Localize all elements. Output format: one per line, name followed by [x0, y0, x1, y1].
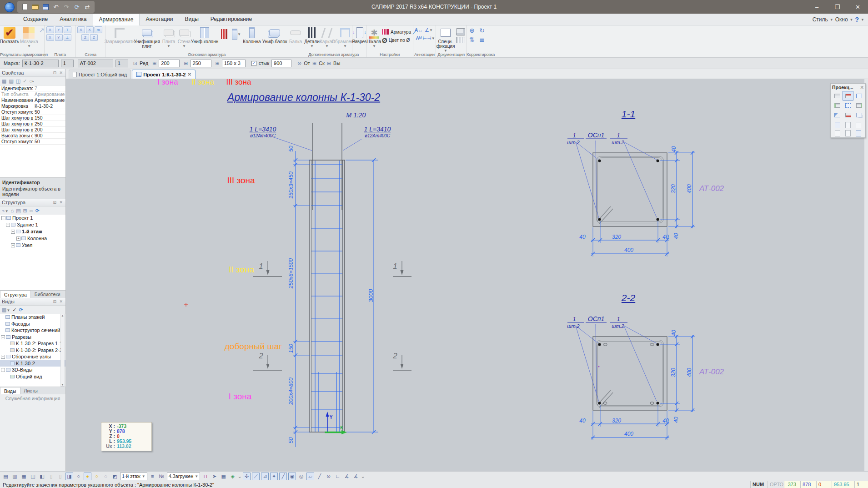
show-results-button[interactable]: ✔ Показать — [0, 26, 19, 44]
print-icon[interactable]: ▤ — [16, 208, 20, 214]
cage-button[interactable]: Каркас▼ — [320, 26, 334, 49]
slab-x2-icon[interactable]: X — [46, 34, 54, 41]
right-angle-icon[interactable]: ∟ — [334, 473, 341, 480]
proj-left-icon[interactable] — [832, 101, 843, 110]
categorized-view-icon[interactable]: ▦ — [2, 78, 6, 84]
table-row[interactable]: НаименованиеАрмирование ко... — [0, 97, 65, 103]
reinforce-button[interactable]: Заармировать — [107, 26, 132, 44]
apply-icon[interactable]: ✓ — [12, 307, 16, 313]
tab-libraries[interactable]: Библиотеки — [31, 291, 64, 298]
lamp-2-icon[interactable]: ○ — [93, 473, 100, 480]
table-row[interactable]: МаркировкаК-1-30-2 — [0, 103, 65, 109]
tree-item-project[interactable]: −Проект 1 — [0, 215, 65, 221]
tab-analytics[interactable]: Аналитика — [54, 14, 92, 25]
snap-perp-icon[interactable]: ⊿ — [261, 473, 269, 480]
layout-page-icon[interactable] — [835, 122, 840, 128]
mosaic-button[interactable]: Мозаика ▼ — [20, 26, 38, 49]
snap-mid-icon[interactable]: ⟋ — [252, 473, 260, 480]
marka-count-field[interactable]: 1 — [61, 60, 74, 67]
marka-field[interactable]: К-1-30-2 — [22, 60, 59, 67]
refresh-icon[interactable]: ⟳ — [35, 208, 40, 214]
help-menu[interactable]: ? — [855, 16, 859, 23]
tab-editing[interactable]: Редактирование — [205, 14, 258, 25]
pen-icon[interactable]: ╱ — [316, 473, 323, 480]
proj-fit-icon[interactable] — [843, 101, 853, 110]
sk-label[interactable]: Ск — [319, 60, 325, 66]
checked-view-icon[interactable]: ◫ — [16, 78, 20, 84]
color-by-diameter-toggle[interactable]: Цвет по Ø — [389, 38, 410, 43]
wall-rebar-button[interactable]: Стена▼ — [177, 26, 191, 49]
close-icon[interactable]: ✕ — [59, 70, 64, 75]
angle-snap-y-icon[interactable]: ∡ — [352, 473, 360, 480]
film-icon[interactable] — [456, 37, 465, 43]
view-cube-1-icon[interactable]: ▤ — [2, 473, 10, 480]
step1-field[interactable]: 200 — [159, 60, 180, 67]
doc-tab-general-view[interactable]: Проект 1:Общий вид — [69, 70, 131, 79]
angle-snap-x-icon[interactable]: ∡ — [343, 473, 351, 480]
clamp-icon[interactable]: ⊓ — [201, 473, 209, 480]
refresh-icon[interactable]: ⟳ — [19, 307, 23, 313]
tree-item-storey[interactable]: −1-й этаж — [0, 228, 65, 235]
lamp-1-icon[interactable]: ○ — [75, 473, 82, 480]
beam-button[interactable]: Балка — [288, 26, 303, 44]
view-item-3d[interactable]: −3D-Виды — [0, 367, 65, 373]
ot-label[interactable]: От — [304, 60, 310, 66]
column-button[interactable]: Колонна — [243, 26, 261, 44]
slab-y-icon[interactable]: Y — [55, 26, 63, 33]
close-icon[interactable]: ✕ — [860, 85, 864, 90]
view-item-facades[interactable]: Фасады — [0, 321, 65, 327]
tree-item-node[interactable]: +Узел — [0, 242, 65, 249]
proj-bottom-icon[interactable] — [853, 91, 864, 101]
binoculars-icon[interactable]: ∞ — [30, 208, 33, 213]
tree-item-column[interactable]: +Колонна — [0, 235, 65, 242]
diagonal-arrow-icon[interactable]: ↗ — [39, 26, 45, 34]
pin-icon[interactable]: ⊡ — [53, 299, 57, 304]
snap-line-icon[interactable]: ╱ — [279, 473, 287, 480]
column-info-icon[interactable]: ▼ — [232, 28, 241, 40]
table-row[interactable]: Отступ хомутов ...50 — [0, 109, 65, 115]
sheet-blue-icon[interactable] — [856, 130, 861, 136]
step3-field[interactable]: 150 x 3 — [222, 60, 246, 67]
table-row[interactable]: Шаг хомутов пос...250 — [0, 121, 65, 127]
lamp-on-icon[interactable]: ● — [84, 473, 91, 480]
sheet-alt-icon[interactable] — [845, 130, 851, 136]
close-icon[interactable]: ✕ — [59, 200, 64, 205]
close-icon[interactable]: ✕ — [59, 299, 64, 304]
joint-checkbox[interactable]: ✓ — [251, 61, 256, 66]
tab-annotations[interactable]: Аннотации — [140, 14, 179, 25]
storey-stack-icon[interactable]: ≡ — [149, 473, 156, 480]
details-button[interactable]: Детали▼ — [305, 26, 319, 49]
proj-top-icon[interactable] — [843, 91, 853, 101]
diamond-check-icon[interactable]: ◈ — [229, 473, 236, 480]
unlock-icon[interactable]: ◎ — [297, 473, 305, 480]
home-icon[interactable]: ⌂ — [11, 208, 14, 213]
linear-dimension-icon[interactable]: A↔ — [414, 26, 423, 34]
proj-iso-icon[interactable] — [832, 91, 843, 101]
num-indicator[interactable]: NUM — [750, 481, 768, 488]
proj-perspective-icon[interactable] — [832, 110, 843, 120]
list-icon[interactable]: ≣ — [477, 35, 487, 44]
rebar-toggle[interactable]: Арматура — [391, 30, 411, 35]
column-unification-button[interactable]: Униф.колонн — [193, 26, 216, 44]
more-2-icon[interactable]: ⌄ — [361, 473, 365, 480]
page-icon[interactable] — [845, 122, 851, 128]
view-item-section11[interactable]: К-1-30-2: Разрез 1-1 — [0, 340, 65, 347]
more-icon[interactable]: ⌄ — [238, 473, 241, 480]
edit-label[interactable]: Ред — [140, 60, 148, 66]
sheet-icon[interactable] — [835, 130, 840, 136]
slab-l-icon[interactable]: ⊥ — [64, 34, 71, 41]
angle-dimension-icon[interactable]: ∠▼ — [424, 26, 433, 34]
search-icon[interactable]: ◌˞ — [29, 78, 34, 84]
offset-icon[interactable]: ⇅ — [467, 35, 477, 44]
view-item-section22[interactable]: К-1-30-2: Разрез 2-2 — [0, 347, 65, 354]
tree-item-building[interactable]: −Здание 1 — [0, 221, 65, 228]
colored-cube-icon[interactable]: ◩ — [111, 473, 119, 480]
view-item-general[interactable]: Общий вид — [0, 373, 65, 380]
view-cube-3-icon[interactable]: ▦ — [20, 473, 28, 480]
beam-unification-button[interactable]: Униф.балок — [263, 26, 286, 44]
style-menu[interactable]: Стиль — [813, 16, 828, 23]
loadcase-select[interactable]: 4.Загружен▼ — [167, 473, 200, 480]
slab-y2-icon[interactable]: Y — [55, 34, 63, 41]
view-item-plans[interactable]: Планы этажей — [0, 314, 65, 321]
pin-icon[interactable]: ⊡ — [53, 70, 57, 75]
